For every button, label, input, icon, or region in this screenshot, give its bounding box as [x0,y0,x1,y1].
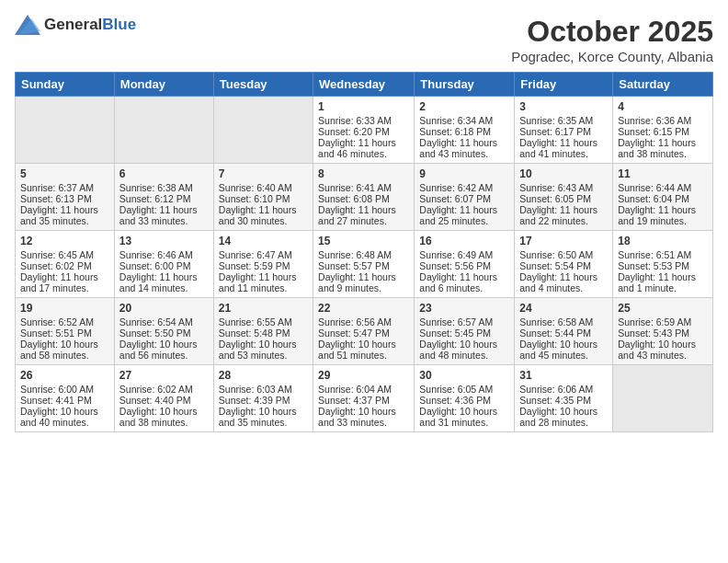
day-info: Sunrise: 6:56 AM [318,316,409,327]
day-info: Daylight: 11 hours and 11 minutes. [219,271,308,293]
day-number: 17 [519,235,608,247]
logo: GeneralBlue [15,15,136,35]
day-info: Sunset: 4:35 PM [519,395,608,406]
day-info: Daylight: 10 hours and 40 minutes. [20,406,109,428]
day-info: Sunset: 6:07 PM [419,193,509,204]
day-info: Daylight: 11 hours and 41 minutes. [519,137,608,159]
day-number: 15 [318,235,409,247]
day-info: Daylight: 10 hours and 58 minutes. [20,339,109,361]
day-info: Sunrise: 6:35 AM [519,115,608,126]
calendar-cell: 30Sunrise: 6:05 AMSunset: 4:36 PMDayligh… [415,365,515,432]
day-info: Sunset: 4:36 PM [419,395,509,406]
calendar-week-row: 19Sunrise: 6:52 AMSunset: 5:51 PMDayligh… [16,298,713,365]
day-info: Daylight: 11 hours and 19 minutes. [618,204,708,226]
calendar-cell [213,97,313,164]
day-number: 9 [419,167,509,180]
day-info: Daylight: 11 hours and 25 minutes. [419,204,509,226]
day-info: Sunset: 5:43 PM [618,327,708,339]
day-number: 3 [519,100,608,113]
calendar-cell: 31Sunrise: 6:06 AMSunset: 4:35 PMDayligh… [515,365,613,432]
day-number: 18 [618,235,708,247]
day-number: 19 [20,302,109,315]
calendar-cell: 3Sunrise: 6:35 AMSunset: 6:17 PMDaylight… [515,97,613,164]
calendar-week-row: 5Sunrise: 6:37 AMSunset: 6:13 PMDaylight… [16,164,713,231]
weekday-header: Monday [114,73,213,97]
day-info: Sunset: 5:44 PM [519,327,608,339]
day-info: Sunset: 6:15 PM [618,126,708,137]
day-number: 24 [519,302,608,315]
day-info: Daylight: 11 hours and 35 minutes. [20,204,109,226]
calendar-cell: 17Sunrise: 6:50 AMSunset: 5:54 PMDayligh… [515,231,613,298]
day-info: Sunrise: 6:42 AM [419,182,509,193]
day-info: Sunrise: 6:55 AM [219,316,308,327]
calendar-cell: 5Sunrise: 6:37 AMSunset: 6:13 PMDaylight… [16,164,115,231]
calendar-cell: 12Sunrise: 6:45 AMSunset: 6:02 PMDayligh… [16,231,115,298]
day-info: Sunset: 6:17 PM [519,126,608,137]
calendar-week-row: 26Sunrise: 6:00 AMSunset: 4:41 PMDayligh… [16,365,713,432]
day-info: Daylight: 10 hours and 35 minutes. [219,406,308,428]
day-info: Daylight: 11 hours and 6 minutes. [419,271,509,293]
month-title: October 2025 [511,15,713,49]
calendar-cell: 21Sunrise: 6:55 AMSunset: 5:48 PMDayligh… [213,298,313,365]
day-number: 8 [318,167,409,180]
day-number: 5 [20,167,109,180]
day-number: 25 [618,302,708,315]
calendar-cell: 7Sunrise: 6:40 AMSunset: 6:10 PMDaylight… [213,164,313,231]
weekday-header: Wednesday [313,73,415,97]
day-info: Sunrise: 6:52 AM [20,316,109,327]
day-number: 28 [219,369,308,382]
day-info: Sunset: 4:37 PM [318,395,409,406]
day-number: 7 [219,167,308,180]
day-info: Sunrise: 6:06 AM [519,384,608,395]
weekday-header: Friday [515,73,613,97]
calendar-cell: 13Sunrise: 6:46 AMSunset: 6:00 PMDayligh… [114,231,213,298]
calendar-cell: 28Sunrise: 6:03 AMSunset: 4:39 PMDayligh… [213,365,313,432]
calendar-cell: 22Sunrise: 6:56 AMSunset: 5:47 PMDayligh… [313,298,415,365]
page-header: GeneralBlue October 2025 Pogradec, Korce… [15,15,713,64]
day-info: Sunrise: 6:43 AM [519,182,608,193]
calendar-cell: 16Sunrise: 6:49 AMSunset: 5:56 PMDayligh… [415,231,515,298]
weekday-header: Tuesday [213,73,313,97]
day-info: Sunrise: 6:36 AM [618,115,708,126]
day-info: Sunset: 6:18 PM [419,126,509,137]
day-info: Daylight: 10 hours and 33 minutes. [318,406,409,428]
day-info: Sunrise: 6:49 AM [419,249,509,260]
day-info: Daylight: 11 hours and 27 minutes. [318,204,409,226]
day-info: Sunset: 6:13 PM [20,193,109,204]
day-info: Sunrise: 6:33 AM [318,115,409,126]
calendar-cell: 23Sunrise: 6:57 AMSunset: 5:45 PMDayligh… [415,298,515,365]
day-number: 11 [618,167,708,180]
day-number: 4 [618,100,708,113]
calendar-cell: 18Sunrise: 6:51 AMSunset: 5:53 PMDayligh… [613,231,713,298]
day-info: Sunrise: 6:37 AM [20,182,109,193]
weekday-header-row: SundayMondayTuesdayWednesdayThursdayFrid… [16,73,713,97]
day-info: Sunset: 5:50 PM [119,327,209,339]
calendar-cell: 24Sunrise: 6:58 AMSunset: 5:44 PMDayligh… [515,298,613,365]
day-info: Daylight: 11 hours and 46 minutes. [318,137,409,159]
calendar-cell: 4Sunrise: 6:36 AMSunset: 6:15 PMDaylight… [613,97,713,164]
calendar-week-row: 1Sunrise: 6:33 AMSunset: 6:20 PMDaylight… [16,97,713,164]
day-info: Sunset: 5:45 PM [419,327,509,339]
day-info: Sunset: 6:12 PM [119,193,209,204]
day-info: Sunset: 5:53 PM [618,260,708,271]
day-info: Sunrise: 6:02 AM [119,384,209,395]
day-info: Daylight: 10 hours and 28 minutes. [519,406,608,428]
day-info: Sunset: 6:02 PM [20,260,109,271]
day-info: Daylight: 10 hours and 31 minutes. [419,406,509,428]
day-info: Sunrise: 6:40 AM [219,182,308,193]
day-info: Daylight: 10 hours and 43 minutes. [618,339,708,361]
calendar-cell: 20Sunrise: 6:54 AMSunset: 5:50 PMDayligh… [114,298,213,365]
calendar-cell: 27Sunrise: 6:02 AMSunset: 4:40 PMDayligh… [114,365,213,432]
day-info: Sunset: 5:59 PM [219,260,308,271]
weekday-header: Sunday [16,73,115,97]
calendar-cell [114,97,213,164]
day-info: Sunset: 5:51 PM [20,327,109,339]
calendar-cell: 25Sunrise: 6:59 AMSunset: 5:43 PMDayligh… [613,298,713,365]
calendar-cell: 2Sunrise: 6:34 AMSunset: 6:18 PMDaylight… [415,97,515,164]
title-block: October 2025 Pogradec, Korce County, Alb… [511,15,713,64]
calendar-cell: 11Sunrise: 6:44 AMSunset: 6:04 PMDayligh… [613,164,713,231]
weekday-header: Thursday [415,73,515,97]
day-info: Sunset: 6:08 PM [318,193,409,204]
day-number: 10 [519,167,608,180]
calendar-cell: 9Sunrise: 6:42 AMSunset: 6:07 PMDaylight… [415,164,515,231]
